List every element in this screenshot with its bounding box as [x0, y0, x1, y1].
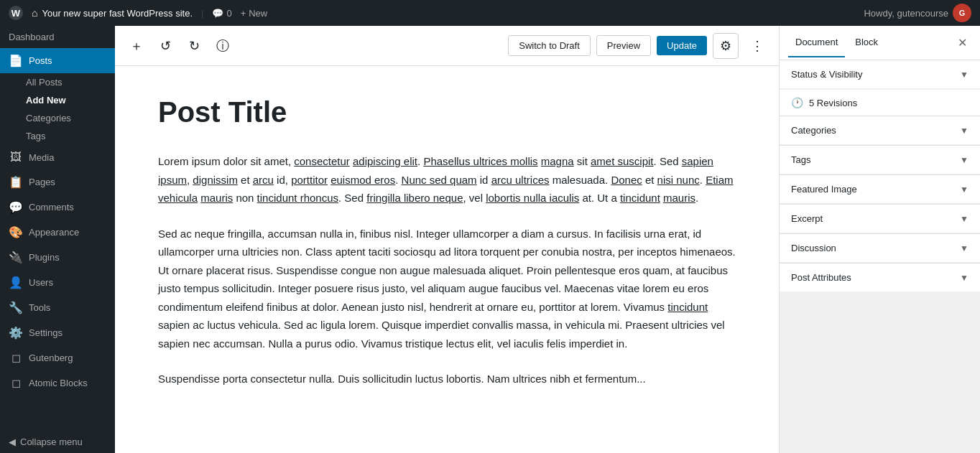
panel-section-featured-image: Featured Image ▼ [780, 174, 980, 203]
sidebar-settings-label: Settings [29, 327, 63, 338]
sidebar-item-tags[interactable]: Tags [0, 127, 115, 145]
excerpt-header[interactable]: Excerpt ▼ [780, 204, 980, 233]
sidebar-item-all-posts[interactable]: All Posts [0, 73, 115, 91]
info-button[interactable]: ⓘ [210, 33, 236, 59]
paragraph-2[interactable]: Sed ac neque fringilla, accumsan nulla i… [158, 225, 736, 353]
chevron-down-icon: ▼ [960, 243, 969, 253]
switch-to-draft-button[interactable]: Switch to Draft [508, 35, 591, 56]
panel-section-status-visibility: Status & Visibility ▼ [780, 60, 980, 88]
users-icon: 👤 [9, 276, 23, 289]
tools-icon: 🔧 [9, 301, 23, 314]
revisions-label: 5 Revisions [809, 98, 857, 108]
user-menu[interactable]: Howdy, gutencourse G [864, 4, 971, 22]
chevron-down-icon: ▼ [960, 273, 969, 283]
admin-bar: W ⌂ Your new super fast WordPress site. … [0, 0, 980, 26]
chevron-down-icon: ▼ [960, 214, 969, 224]
comments-link[interactable]: 💬 0 [212, 8, 231, 19]
chevron-down-icon: ▼ [960, 126, 969, 136]
preview-button[interactable]: Preview [596, 35, 651, 56]
sidebar-plugins-label: Plugins [29, 252, 60, 263]
new-link[interactable]: + New [241, 8, 268, 19]
panel-tabs: Document Block ✕ [780, 26, 980, 60]
categories-header[interactable]: Categories ▼ [780, 116, 980, 144]
tags-label: Tags [791, 154, 810, 165]
site-name: Your new super fast WordPress site. [42, 8, 193, 19]
paragraph-3[interactable]: Suspendisse porta consectetur nulla. Dui… [158, 370, 736, 388]
sidebar-item-users[interactable]: 👤 Users [0, 270, 115, 295]
sidebar-gutenberg-label: Gutenberg [29, 352, 73, 363]
main-layout: Dashboard 📄 Posts All Posts Add New Cate… [0, 26, 980, 453]
sidebar-posts-label: Posts [29, 55, 52, 66]
sidebar-item-pages[interactable]: 📋 Pages [0, 169, 115, 195]
sidebar-atomic-blocks-label: Atomic Blocks [29, 378, 88, 388]
panel-close-button[interactable]: ✕ [953, 33, 971, 52]
discussion-label: Discussion [791, 243, 836, 253]
pages-icon: 📋 [9, 175, 23, 189]
sidebar-item-atomic-blocks[interactable]: ◻ Atomic Blocks [0, 370, 115, 396]
appearance-icon: 🎨 [9, 225, 23, 239]
add-block-button[interactable]: ＋ [124, 33, 149, 59]
posts-icon: 📄 [9, 54, 23, 67]
sidebar: Dashboard 📄 Posts All Posts Add New Cate… [0, 26, 115, 453]
status-visibility-label: Status & Visibility [791, 69, 862, 80]
editor-area: ＋ ↺ ↻ ⓘ Switch to Draft Preview Update ⚙… [115, 26, 779, 453]
chevron-down-icon: ▼ [960, 185, 969, 195]
sidebar-item-tools[interactable]: 🔧 Tools [0, 295, 115, 320]
media-icon: 🖼 [9, 151, 23, 164]
tags-header[interactable]: Tags ▼ [780, 145, 980, 174]
chevron-down-icon: ▼ [960, 155, 969, 165]
post-body: Lorem ipsum dolor sit amet, consectetur … [158, 152, 736, 388]
chevron-down-icon: ▼ [960, 70, 969, 80]
new-label: New [249, 8, 267, 19]
tab-document[interactable]: Document [788, 28, 845, 57]
sidebar-comments-label: Comments [29, 202, 74, 213]
revisions-row[interactable]: 🕐 5 Revisions [780, 89, 980, 116]
house-icon: ⌂ [32, 7, 37, 19]
post-attributes-label: Post Attributes [791, 272, 851, 283]
sidebar-item-media[interactable]: 🖼 Media [0, 145, 115, 169]
categories-label: Categories [791, 125, 836, 136]
collapse-icon: ◀ [9, 436, 16, 447]
featured-image-label: Featured Image [791, 184, 857, 195]
sidebar-item-comments[interactable]: 💬 Comments [0, 195, 115, 220]
sidebar-item-add-new[interactable]: Add New [0, 91, 115, 109]
tab-block[interactable]: Block [848, 28, 885, 57]
editor-toolbar: ＋ ↺ ↻ ⓘ Switch to Draft Preview Update ⚙… [115, 26, 779, 66]
toolbar-right: Switch to Draft Preview Update ⚙ ⋮ [508, 33, 770, 59]
sidebar-item-categories[interactable]: Categories [0, 109, 115, 127]
sidebar-media-label: Media [29, 152, 54, 163]
plus-icon: + [241, 8, 246, 19]
comments-count: 0 [226, 8, 231, 19]
panel-section-post-attributes: Post Attributes ▼ [780, 263, 980, 291]
undo-button[interactable]: ↺ [152, 33, 178, 59]
featured-image-header[interactable]: Featured Image ▼ [780, 174, 980, 203]
update-button[interactable]: Update [657, 36, 707, 55]
clock-icon: 🕐 [791, 97, 803, 108]
settings-toggle-button[interactable]: ⚙ [713, 33, 739, 59]
site-link[interactable]: ⌂ Your new super fast WordPress site. [32, 7, 193, 19]
sidebar-item-settings[interactable]: ⚙️ Settings [0, 320, 115, 345]
sidebar-item-appearance[interactable]: 🎨 Appearance [0, 220, 115, 245]
gutenberg-icon: ◻ [9, 351, 23, 365]
redo-button[interactable]: ↻ [181, 33, 207, 59]
discussion-header[interactable]: Discussion ▼ [780, 233, 980, 262]
wp-logo[interactable]: W [9, 6, 23, 20]
collapse-label: Collapse menu [20, 436, 83, 447]
panel-section-categories: Categories ▼ [780, 116, 980, 144]
panel-section-discussion: Discussion ▼ [780, 233, 980, 262]
sidebar-item-dashboard[interactable]: Dashboard [0, 26, 115, 48]
sidebar-users-label: Users [29, 277, 53, 288]
panel-section-excerpt: Excerpt ▼ [780, 204, 980, 233]
sidebar-item-gutenberg[interactable]: ◻ Gutenberg [0, 345, 115, 370]
sidebar-item-plugins[interactable]: 🔌 Plugins [0, 245, 115, 270]
status-visibility-header[interactable]: Status & Visibility ▼ [780, 60, 980, 88]
more-options-button[interactable]: ⋮ [744, 33, 770, 59]
howdy-text: Howdy, gutencourse [864, 8, 948, 19]
post-attributes-header[interactable]: Post Attributes ▼ [780, 263, 980, 291]
collapse-menu-button[interactable]: ◀ Collapse menu [0, 431, 115, 453]
sidebar-item-posts[interactable]: 📄 Posts [0, 48, 115, 73]
post-title[interactable]: Post Title [158, 95, 736, 129]
avatar: G [953, 4, 971, 22]
paragraph-1[interactable]: Lorem ipsum dolor sit amet, consectetur … [158, 152, 736, 207]
atomic-blocks-icon: ◻ [9, 376, 23, 390]
